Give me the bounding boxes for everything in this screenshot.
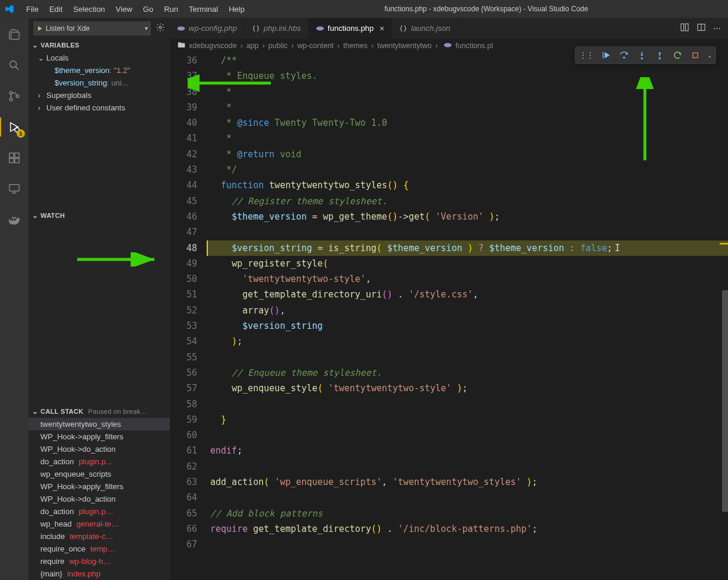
code-line[interactable]: // Enqueue theme stylesheet. bbox=[207, 365, 728, 381]
menu-file[interactable]: File bbox=[21, 2, 43, 16]
code-line[interactable]: wp_enqueue_style( 'twentytwentytwo-style… bbox=[207, 381, 728, 396]
tab-php-ini-hbs[interactable]: php.ini.hbs bbox=[245, 18, 309, 39]
code-line[interactable]: * Enqueue styles. bbox=[207, 68, 728, 84]
breadcrumb-item[interactable]: xdebugvscode bbox=[189, 42, 237, 50]
breadcrumb-item[interactable]: twentytwentytwo bbox=[377, 42, 432, 50]
code-line[interactable] bbox=[207, 224, 728, 240]
variable-row[interactable]: $version_string: uni… bbox=[38, 77, 170, 89]
watch-section-header[interactable]: ⌄ WATCH bbox=[29, 209, 170, 222]
search-icon[interactable] bbox=[0, 53, 29, 77]
start-debugging-icon[interactable] bbox=[36, 25, 43, 32]
callstack-frame[interactable]: do_actionplugin.p… bbox=[29, 455, 170, 468]
code-line[interactable]: * @return void bbox=[207, 147, 728, 162]
callstack-frame[interactable]: requirewp-blog-h… bbox=[29, 555, 170, 568]
grip-icon[interactable]: ⋮⋮ bbox=[579, 50, 593, 60]
breadcrumb-item[interactable]: app bbox=[246, 42, 259, 50]
menu-run[interactable]: Run bbox=[159, 2, 183, 16]
extensions-icon[interactable] bbox=[0, 146, 29, 170]
code-line[interactable]: $version_string bbox=[207, 318, 728, 334]
callstack-frame[interactable]: wp_enqueue_scripts bbox=[29, 468, 170, 480]
code-line[interactable]: */ bbox=[207, 162, 728, 178]
step-into-icon[interactable] bbox=[636, 49, 648, 61]
callstack-frame[interactable]: includetemplate-c… bbox=[29, 530, 170, 543]
debug-config-select[interactable]: Listen for Xde ▾ bbox=[33, 21, 151, 36]
tab-wp-config-php[interactable]: wp-config.php bbox=[170, 18, 245, 39]
menu-view[interactable]: View bbox=[111, 2, 137, 16]
code-line[interactable]: 'twentytwentytwo-style', bbox=[207, 271, 728, 287]
callstack-frame[interactable]: wp_headgeneral-te… bbox=[29, 518, 170, 530]
breadcrumb-item[interactable]: public bbox=[268, 42, 288, 50]
step-out-icon[interactable] bbox=[654, 49, 666, 61]
menu-help[interactable]: Help bbox=[224, 2, 249, 16]
breadcrumb-item[interactable]: themes bbox=[343, 42, 368, 50]
stop-icon[interactable] bbox=[689, 49, 701, 61]
debug-toolbar[interactable]: ⋮⋮ ⌄ bbox=[575, 46, 716, 64]
variable-scope[interactable]: ›Superglobals bbox=[38, 89, 170, 102]
chevron-down-icon[interactable]: ⌄ bbox=[707, 52, 712, 59]
code-line[interactable] bbox=[207, 350, 728, 365]
remote-explorer-icon[interactable] bbox=[0, 177, 29, 201]
code-line[interactable]: get_template_directory_uri() . '/style.c… bbox=[207, 287, 728, 302]
code-line[interactable] bbox=[207, 427, 728, 443]
code-line[interactable] bbox=[207, 537, 728, 552]
code-line[interactable]: add_action( 'wp_enqueue_scripts', 'twent… bbox=[207, 474, 728, 490]
breadcrumb-item[interactable]: wp-content bbox=[297, 42, 334, 50]
svg-rect-9 bbox=[10, 185, 20, 191]
code-line[interactable]: function twentytwentytwo_styles() { bbox=[207, 178, 728, 193]
code-content[interactable]: /** * Enqueue styles. * * * @since Twent… bbox=[207, 53, 728, 580]
menu-terminal[interactable]: Terminal bbox=[184, 2, 223, 16]
code-line[interactable]: $version_string = is_string( $theme_vers… bbox=[207, 240, 728, 256]
callstack-frame[interactable]: WP_Hook->do_action bbox=[29, 493, 170, 505]
variable-scope[interactable]: ›User defined constants bbox=[38, 102, 170, 114]
callstack-frame[interactable]: twentytwentytwo_styles bbox=[29, 418, 170, 430]
menu-go[interactable]: Go bbox=[138, 2, 158, 16]
variables-section-header[interactable]: ⌄ VARIABLES bbox=[29, 39, 170, 52]
code-line[interactable]: ); bbox=[207, 334, 728, 349]
svg-rect-7 bbox=[15, 159, 19, 163]
compare-icon[interactable] bbox=[680, 23, 689, 34]
split-editor-icon[interactable] bbox=[697, 23, 706, 34]
code-line[interactable]: } bbox=[207, 412, 728, 427]
callstack-frame[interactable]: WP_Hook->apply_filters bbox=[29, 480, 170, 493]
close-tab-icon[interactable]: × bbox=[379, 24, 384, 33]
callstack-frame[interactable]: do_actionplugin.p… bbox=[29, 505, 170, 518]
variable-row[interactable]: $theme_version: "1.2" bbox=[38, 64, 170, 77]
run-debug-icon[interactable]: 1 bbox=[0, 115, 29, 139]
variable-scope[interactable]: ⌄Locals bbox=[38, 52, 170, 64]
code-editor[interactable]: 363738394041424344454647 484950515253545… bbox=[170, 53, 728, 580]
menu-selection[interactable]: Selection bbox=[68, 2, 109, 16]
code-line[interactable]: array(), bbox=[207, 303, 728, 318]
callstack-frame[interactable]: require_oncetemp… bbox=[29, 543, 170, 555]
explorer-icon[interactable] bbox=[0, 23, 29, 46]
breadcrumb-item[interactable]: functions.pl bbox=[455, 42, 493, 50]
restart-icon[interactable] bbox=[672, 49, 683, 61]
code-line[interactable] bbox=[207, 397, 728, 412]
code-line[interactable]: // Register theme stylesheet. bbox=[207, 194, 728, 209]
callstack-frame[interactable]: WP_Hook->do_action bbox=[29, 443, 170, 455]
callstack-frame[interactable]: {main}index.php bbox=[29, 568, 170, 580]
code-line[interactable]: $theme_version = wp_get_theme()->get( 'V… bbox=[207, 209, 728, 224]
code-line[interactable] bbox=[207, 459, 728, 474]
docker-icon[interactable] bbox=[0, 208, 29, 232]
menu-edit[interactable]: Edit bbox=[45, 2, 67, 16]
code-line[interactable]: * bbox=[207, 100, 728, 115]
code-line[interactable]: * bbox=[207, 84, 728, 100]
code-line[interactable]: * bbox=[207, 131, 728, 146]
callstack-section-header[interactable]: ⌄ CALL STACK Paused on break… bbox=[29, 405, 170, 418]
code-line[interactable]: endif; bbox=[207, 443, 728, 458]
tab-functions-php[interactable]: functions.php× bbox=[309, 18, 393, 39]
gutter[interactable]: 363738394041424344454647 484950515253545… bbox=[170, 53, 207, 580]
debug-settings-gear-icon[interactable] bbox=[156, 23, 165, 34]
code-line[interactable]: // Add block patterns bbox=[207, 506, 728, 521]
continue-icon[interactable] bbox=[600, 49, 612, 61]
more-icon[interactable]: ⋯ bbox=[713, 24, 721, 33]
code-line[interactable] bbox=[207, 490, 728, 505]
vertical-scrollbar[interactable] bbox=[720, 53, 728, 580]
step-over-icon[interactable] bbox=[618, 49, 630, 61]
code-line[interactable]: require get_template_directory() . '/inc… bbox=[207, 521, 728, 537]
source-control-icon[interactable] bbox=[0, 84, 29, 108]
code-line[interactable]: wp_register_style( bbox=[207, 256, 728, 271]
code-line[interactable]: * @since Twenty Twenty-Two 1.0 bbox=[207, 115, 728, 131]
callstack-frame[interactable]: WP_Hook->apply_filters bbox=[29, 430, 170, 443]
tab-launch-json[interactable]: launch.json bbox=[392, 18, 458, 39]
